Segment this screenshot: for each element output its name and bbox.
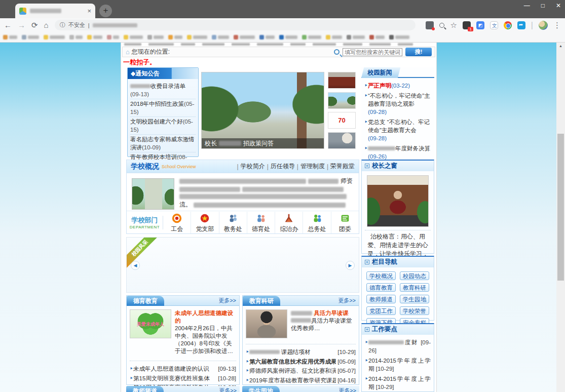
browser-tab[interactable]: × (15, 4, 95, 18)
news-item[interactable]: 严正声明(03-22) (364, 81, 431, 91)
research-item[interactable]: 课题结项材[10-29] (246, 347, 356, 357)
nav-student-garden[interactable]: 学生园地 (400, 295, 429, 303)
profile-avatar[interactable] (539, 21, 548, 30)
thumbnail-banner[interactable] (328, 72, 356, 89)
chrome-logo-icon[interactable] (504, 21, 512, 29)
dept-union[interactable]: 工会 (163, 212, 191, 233)
bookmark-item[interactable] (87, 35, 102, 40)
bookmark-item[interactable] (326, 35, 342, 40)
carousel-prev-button[interactable]: ◀ (131, 261, 140, 270)
scroll-up-arrow[interactable]: ▲ (556, 43, 565, 48)
bookmark-item[interactable] (302, 35, 321, 40)
thumbnail-photo[interactable] (328, 132, 356, 149)
search-button[interactable]: 搜! (405, 48, 432, 56)
bookmark-item[interactable] (187, 35, 207, 40)
nav-school-honor[interactable]: 学校荣誉 (400, 306, 429, 315)
info-icon[interactable]: ⓘ (60, 21, 65, 29)
bookmark-item[interactable] (44, 35, 65, 40)
address-bar[interactable]: ⓘ 不安全 | (55, 20, 416, 30)
bookmark-item[interactable] (147, 35, 164, 40)
bookmark-item[interactable] (279, 35, 297, 40)
research-item[interactable]: 师德师风案例评选、征文比赛和演讲[05-07] (246, 366, 356, 376)
dept-party-branch[interactable]: 党支部 (191, 212, 219, 233)
translate-icon[interactable]: 文 (490, 21, 498, 29)
student-garden-more-link[interactable]: 更多>> (338, 387, 356, 392)
overview-link-intro[interactable]: 学校简介 (241, 162, 265, 171)
teacher-channel-more-link[interactable]: 更多>> (219, 387, 237, 392)
thumbnail-70-anniversary[interactable]: 70 (328, 112, 356, 129)
dept-academic-affairs[interactable]: 教务处 (219, 212, 247, 233)
research-featured-title[interactable]: 具活力早读课 (291, 309, 356, 317)
scrollbar-thumb[interactable] (557, 134, 564, 281)
research-featured-image[interactable] (246, 309, 287, 338)
notice-item[interactable]: 著名励志专家韩威东激情演讲(10-09) (130, 135, 196, 152)
dept-moral-education[interactable]: 德育处 (247, 212, 275, 233)
reload-icon[interactable]: ⟳ (31, 21, 38, 29)
extension-dark-icon[interactable]: 1 (463, 21, 471, 29)
bookmark-item[interactable] (234, 35, 255, 40)
research-item[interactable]: 第六届教育信息技术应用优秀成果评[05-09] (246, 357, 356, 367)
bookmark-item[interactable] (107, 35, 119, 40)
tab-close-icon[interactable]: × (87, 7, 91, 15)
overview-link-rules[interactable]: 管理制度 (300, 162, 325, 171)
moral-item[interactable]: 第15周文明班竞赛优胜班集体[10-28] (130, 374, 236, 383)
bookmark-item[interactable] (212, 35, 229, 40)
bookmark-item[interactable] (389, 35, 409, 40)
bookmark-item[interactable] (69, 35, 83, 40)
minimize-icon[interactable]: — (524, 2, 530, 9)
nav-teacher-channel[interactable]: 教师频道 (366, 295, 396, 303)
back-icon[interactable]: ← (4, 21, 12, 29)
notice-item[interactable]: 文明校园创建六个好(05-15) (130, 117, 196, 135)
news-item[interactable]: 党总支 “不忘初心、牢记使命”主题教育大会(09-28) (364, 117, 431, 143)
dept-general-affairs[interactable]: 总务处 (303, 212, 331, 233)
nav-school-overview[interactable]: 学校概况 (366, 271, 396, 280)
bookmark-item[interactable] (259, 35, 275, 40)
marquee-text[interactable]: 一粒扣子。 (123, 58, 156, 67)
nav-campus-news[interactable]: 校园动态 (400, 271, 429, 280)
school-building-photo[interactable] (132, 178, 174, 210)
home-icon[interactable]: ⌂ (44, 21, 49, 29)
new-tab-button[interactable]: + (99, 5, 112, 17)
work-item[interactable]: 2014-2015学年度上学期 [10-29] (365, 374, 431, 392)
bookmark-item[interactable] (347, 35, 365, 40)
page-scrollbar[interactable]: ▲ (556, 43, 565, 392)
bookmark-item[interactable] (168, 35, 182, 40)
nav-moral-education[interactable]: 德育教育 (366, 283, 396, 292)
bookmark-item[interactable] (22, 35, 39, 40)
puzzle-extension-icon[interactable] (426, 21, 434, 29)
work-item[interactable]: 度财 [09-26] (365, 337, 431, 356)
menu-dots-icon[interactable]: ⋮ (553, 21, 561, 29)
nav-education-research[interactable]: 教育科研 (400, 283, 429, 292)
notice-item[interactable]: 收费目录清单(09-13) (130, 82, 196, 99)
nav-party-league[interactable]: 党团工作 (366, 306, 396, 315)
research-more-link[interactable]: 更多>> (338, 297, 356, 304)
thumbnail-campus[interactable] (328, 92, 356, 109)
extension-blue-icon[interactable]: ◩ (476, 21, 484, 29)
bookmark-item[interactable] (124, 35, 143, 40)
work-item[interactable]: 2014-2015学年度上学期 [10-29] (365, 356, 431, 374)
news-item[interactable]: “不忘初心，牢记使命”主题教育活动之观影(09-28) (364, 91, 431, 117)
moral-featured-title[interactable]: 未成年人思想道德建设的 (175, 309, 236, 325)
principal-photo[interactable] (367, 175, 429, 227)
extension-arrow-icon[interactable]: ➦ (517, 21, 525, 29)
news-item[interactable]: 年度财务决算(09-26) (364, 143, 431, 162)
research-item[interactable]: 2019年度市基础教育教学研究课题立项[04-16] (246, 376, 356, 385)
carousel-next-button[interactable]: ▶ (346, 261, 355, 270)
dept-youth-league[interactable]: 团委 (331, 212, 359, 233)
close-icon[interactable]: ✕ (556, 2, 561, 9)
bookmark-item[interactable] (3, 35, 17, 40)
overview-link-leaders[interactable]: 历任领导 (271, 162, 295, 171)
bookmark-star-icon[interactable]: ☆ (450, 21, 457, 29)
moral-item[interactable]: 未成年人思想道德建设的认识[09-13] (130, 364, 236, 374)
forward-icon[interactable]: → (18, 21, 25, 29)
notice-item[interactable]: 2018年中招招生政策(05-15) (130, 99, 196, 117)
overview-link-honor[interactable]: 荣誉殿堂 (330, 162, 355, 171)
search-input[interactable] (343, 48, 402, 56)
slideshow-image[interactable]: 校长 招政策问答 (201, 72, 324, 149)
dept-comprehensive-office[interactable]: 综治办 (275, 212, 303, 233)
maximize-icon[interactable]: □ (541, 2, 545, 9)
search-extension-icon[interactable] (439, 23, 444, 28)
moral-more-link[interactable]: 更多>> (218, 297, 236, 304)
bookmark-item[interactable] (369, 35, 385, 40)
moral-featured-image[interactable]: 关爱未成年人 (130, 309, 171, 338)
